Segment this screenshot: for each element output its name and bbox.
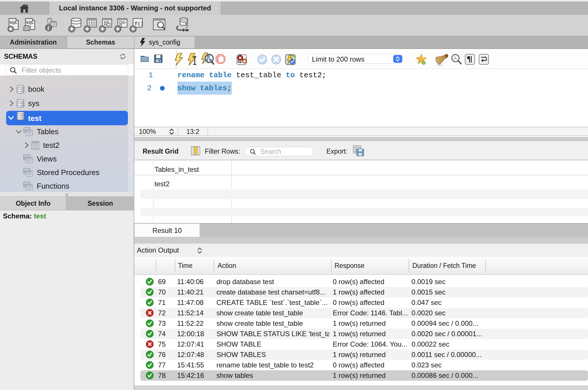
svg-text:A: A [454, 56, 457, 61]
svg-text:SQL: SQL [26, 20, 34, 25]
svg-text:SQL: SQL [10, 20, 17, 25]
svg-text:f(): f() [135, 21, 144, 27]
svg-text:i: i [47, 25, 49, 31]
